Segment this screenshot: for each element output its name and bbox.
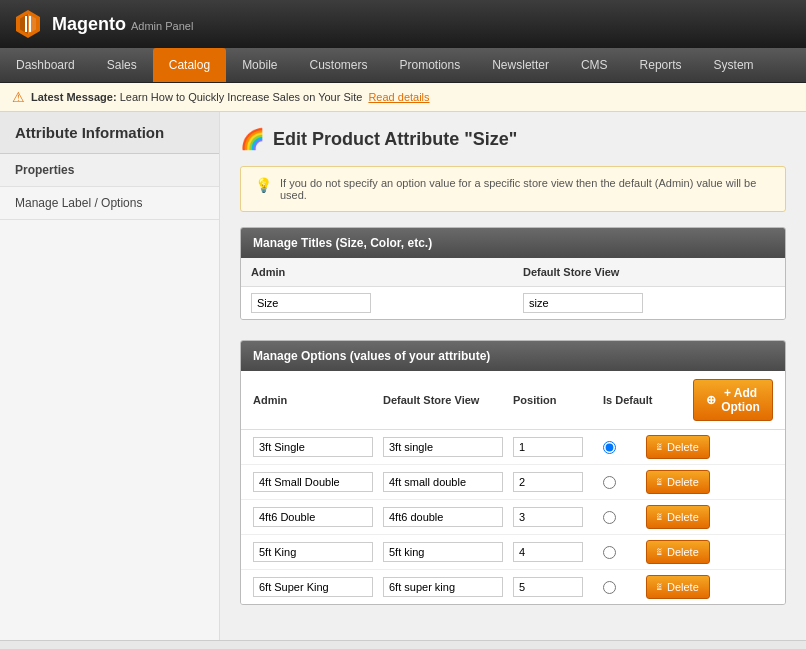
delete-icon-1: ⩰ <box>657 440 663 454</box>
nav-customers[interactable]: Customers <box>293 48 383 82</box>
delete-button-4[interactable]: ⩰ Delete <box>646 540 710 564</box>
delete-button-3[interactable]: ⩰ Delete <box>646 505 710 529</box>
delete-icon-2: ⩰ <box>657 475 663 489</box>
titles-store-cell <box>513 287 785 320</box>
option-store-3[interactable] <box>383 507 503 527</box>
option-row-4: ⩰ Delete <box>241 535 785 570</box>
app-header: Magento Admin Panel <box>0 0 806 48</box>
delete-icon-3: ⩰ <box>657 510 663 524</box>
options-rows: ⩰ Delete ⩰ Delete <box>241 430 785 604</box>
option-default-3[interactable] <box>603 511 616 524</box>
titles-table: Admin Default Store View <box>241 258 785 319</box>
option-admin-5[interactable] <box>253 577 373 597</box>
option-admin-2[interactable] <box>253 472 373 492</box>
message-link[interactable]: Read details <box>368 91 429 103</box>
option-row-5: ⩰ Delete <box>241 570 785 604</box>
sidebar-item-properties[interactable]: Properties <box>0 154 219 187</box>
option-default-2[interactable] <box>603 476 616 489</box>
options-section: Manage Options (values of your attribute… <box>240 340 786 605</box>
delete-icon-5: ⩰ <box>657 580 663 594</box>
rainbow-icon: 🌈 <box>240 127 265 151</box>
option-row-1: ⩰ Delete <box>241 430 785 465</box>
option-default-1[interactable] <box>603 441 616 454</box>
titles-admin-input[interactable] <box>251 293 371 313</box>
brand-name: Magento <box>52 14 126 35</box>
option-store-1[interactable] <box>383 437 503 457</box>
nav-dashboard[interactable]: Dashboard <box>0 48 91 82</box>
add-option-button[interactable]: ⊕ + Add Option <box>693 379 773 421</box>
option-store-4[interactable] <box>383 542 503 562</box>
option-position-4[interactable] <box>513 542 583 562</box>
nav-sales[interactable]: Sales <box>91 48 153 82</box>
delete-button-5[interactable]: ⩰ Delete <box>646 575 710 599</box>
nav-mobile[interactable]: Mobile <box>226 48 293 82</box>
nav-cms[interactable]: CMS <box>565 48 624 82</box>
delete-button-1[interactable]: ⩰ Delete <box>646 435 710 459</box>
titles-admin-cell <box>241 287 513 320</box>
delete-button-2[interactable]: ⩰ Delete <box>646 470 710 494</box>
sidebar: Attribute Information Properties Manage … <box>0 112 220 640</box>
option-position-3[interactable] <box>513 507 583 527</box>
options-col-position: Position <box>513 394 603 406</box>
sidebar-item-manage-label[interactable]: Manage Label / Options <box>0 187 219 220</box>
option-position-2[interactable] <box>513 472 583 492</box>
plus-icon: ⊕ <box>706 393 716 407</box>
info-text: If you do not specify an option value fo… <box>280 177 771 201</box>
option-default-4[interactable] <box>603 546 616 559</box>
message-label: Latest Message: Learn How to Quickly Inc… <box>31 91 362 103</box>
message-bar: ⚠ Latest Message: Learn How to Quickly I… <box>0 83 806 112</box>
svg-rect-3 <box>25 16 27 32</box>
titles-col-store: Default Store View <box>513 258 785 287</box>
brand-subtitle: Admin Panel <box>131 20 193 32</box>
page-title-area: 🌈 Edit Product Attribute "Size" <box>240 127 786 151</box>
option-default-5[interactable] <box>603 581 616 594</box>
options-col-admin: Admin <box>253 394 383 406</box>
option-admin-3[interactable] <box>253 507 373 527</box>
option-row-2: ⩰ Delete <box>241 465 785 500</box>
option-row-3: ⩰ Delete <box>241 500 785 535</box>
options-section-header: Manage Options (values of your attribute… <box>241 341 785 371</box>
nav-reports[interactable]: Reports <box>624 48 698 82</box>
page-title: Edit Product Attribute "Size" <box>273 129 517 150</box>
option-admin-1[interactable] <box>253 437 373 457</box>
option-store-5[interactable] <box>383 577 503 597</box>
titles-col-admin: Admin <box>241 258 513 287</box>
footer: Help Us Keep Magento Healthy - Report Al… <box>0 640 806 649</box>
main-content: 🌈 Edit Product Attribute "Size" 💡 If you… <box>220 112 806 640</box>
option-admin-4[interactable] <box>253 542 373 562</box>
info-box: 💡 If you do not specify an option value … <box>240 166 786 212</box>
lightbulb-icon: 💡 <box>255 177 272 193</box>
option-position-1[interactable] <box>513 437 583 457</box>
nav-system[interactable]: System <box>698 48 770 82</box>
main-nav: Dashboard Sales Catalog Mobile Customers… <box>0 48 806 83</box>
logo: Magento Admin Panel <box>12 8 193 40</box>
titles-section-header: Manage Titles (Size, Color, etc.) <box>241 228 785 258</box>
warning-icon: ⚠ <box>12 89 25 105</box>
titles-row <box>241 287 785 320</box>
magento-logo-icon <box>12 8 44 40</box>
nav-promotions[interactable]: Promotions <box>384 48 477 82</box>
svg-rect-4 <box>29 16 31 32</box>
options-col-default: Is Default <box>603 394 693 406</box>
content-wrapper: Attribute Information Properties Manage … <box>0 112 806 640</box>
titles-store-input[interactable] <box>523 293 643 313</box>
option-store-2[interactable] <box>383 472 503 492</box>
titles-section: Manage Titles (Size, Color, etc.) Admin … <box>240 227 786 320</box>
delete-icon-4: ⩰ <box>657 545 663 559</box>
options-col-store: Default Store View <box>383 394 513 406</box>
option-position-5[interactable] <box>513 577 583 597</box>
nav-catalog[interactable]: Catalog <box>153 48 226 82</box>
nav-newsletter[interactable]: Newsletter <box>476 48 565 82</box>
sidebar-title: Attribute Information <box>0 112 219 154</box>
